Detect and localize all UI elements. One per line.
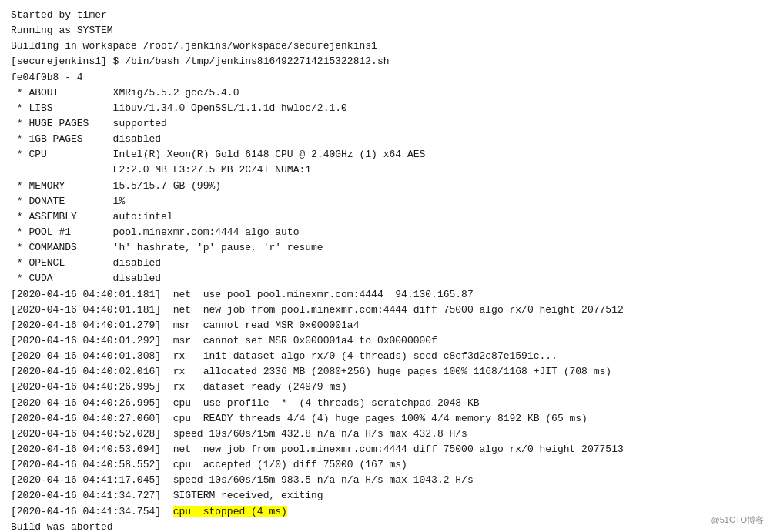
console-line: L2:2.0 MB L3:27.5 MB 2C/4T NUMA:1 [11,162,759,178]
console-line: * MEMORY 15.5/15.7 GB (99%) [11,179,759,194]
console-line: [2020-04-16 04:40:27.060] cpu READY thre… [11,411,759,427]
console-line: Building in workspace /root/.jenkins/wor… [11,38,759,54]
console-line: Build was aborted [11,520,759,532]
console-line: [2020-04-16 04:40:58.552] cpu accepted (… [11,457,759,473]
console-line: [2020-04-16 04:40:01.292] msr cannot set… [11,333,759,349]
console-line: Running as SYSTEM [11,23,759,38]
console-line: * DONATE 1% [11,194,759,209]
console-line: * CPU Intel(R) Xeon(R) Gold 6148 CPU @ 2… [11,147,759,162]
console-line: * CUDA disabled [11,271,759,286]
console-line: [2020-04-16 04:40:01.279] msr cannot rea… [11,318,759,333]
console-line: [2020-04-16 04:40:26.995] cpu use profil… [11,396,759,411]
console-line: * ASSEMBLY auto:intel [11,209,759,225]
console-line: * ABOUT XMRig/5.5.2 gcc/5.4.0 [11,85,759,101]
console-line: [2020-04-16 04:40:53.694] net new job fr… [11,442,759,457]
console-line: * OPENCL disabled [11,256,759,271]
console-line: * HUGE PAGES supported [11,116,759,132]
console-line: [2020-04-16 04:41:17.045] speed 10s/60s/… [11,473,759,488]
console-line: [2020-04-16 04:41:34.754] cpu stopped (4… [11,504,759,520]
console-output: Started by timerRunning as SYSTEMBuildin… [0,0,770,532]
console-line: fe04f0b8 - 4 [11,70,759,85]
console-line: Started by timer [11,8,759,23]
console-line: [2020-04-16 04:41:34.727] SIGTERM receiv… [11,488,759,504]
console-line: * 1GB PAGES disabled [11,132,759,147]
console-line: [2020-04-16 04:40:01.181] net new job fr… [11,303,759,318]
watermark: @51CTO博客 [711,514,764,526]
highlighted-text: cpu stopped (4 ms) [173,506,287,517]
console-line: * LIBS libuv/1.34.0 OpenSSL/1.1.1d hwloc… [11,101,759,116]
console-line: [2020-04-16 04:40:02.016] rx allocated 2… [11,364,759,380]
console-line: [2020-04-16 04:40:01.308] rx init datase… [11,349,759,364]
console-line: [2020-04-16 04:40:26.995] rx dataset rea… [11,380,759,395]
console-line: [2020-04-16 04:40:01.181] net use pool p… [11,287,759,303]
console-line: * COMMANDS 'h' hashrate, 'p' pause, 'r' … [11,240,759,256]
console-line: [securejenkins1] $ /bin/bash /tmp/jenkin… [11,54,759,69]
console-line: * POOL #1 pool.minexmr.com:4444 algo aut… [11,225,759,240]
console-line: [2020-04-16 04:40:52.028] speed 10s/60s/… [11,427,759,442]
